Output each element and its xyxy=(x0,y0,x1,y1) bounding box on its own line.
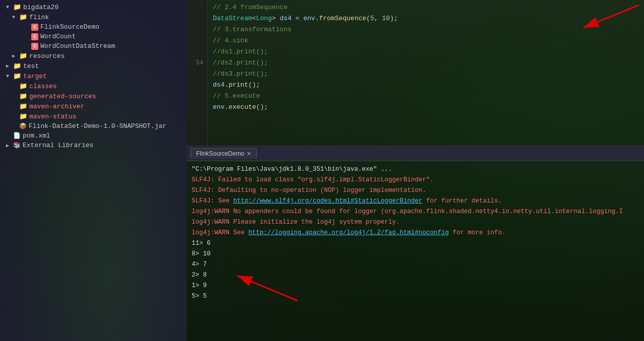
sidebar-item-label: maven-archiver xyxy=(29,103,84,110)
folder-icon: 📁 xyxy=(13,3,21,11)
sidebar: ▼ 📁 bigdata20 ▼ 📁 flink ▶ C FlinkSourceD… xyxy=(0,0,187,341)
expand-arrow: ▼ xyxy=(6,74,13,79)
sidebar-item-wordcount[interactable]: ▶ C WordCount xyxy=(0,32,187,41)
line-num xyxy=(187,46,203,57)
sidebar-item-generated-sources[interactable]: ▶ 📁 generated-sources xyxy=(0,91,187,101)
sidebar-item-label: WordCount xyxy=(40,33,76,40)
code-line: //ds1.print(); xyxy=(213,46,639,57)
folder-icon: 📁 xyxy=(19,82,27,90)
sidebar-item-maven-archiver[interactable]: ▶ 📁 maven-archiver xyxy=(0,101,187,111)
sidebar-item-label: flink xyxy=(29,14,49,21)
folder-icon: 📁 xyxy=(19,13,27,21)
sidebar-item-label: bigdata20 xyxy=(23,4,58,11)
code-line: ds4.print(); xyxy=(213,80,639,91)
folder-icon: 📁 xyxy=(19,92,27,100)
sidebar-item-label: Flink-DataSet-Demo-1.0-SNAPSHOT.jar xyxy=(29,122,166,130)
line-num xyxy=(187,69,203,80)
java-icon: C xyxy=(31,24,38,31)
sidebar-item-label: generated-sources xyxy=(29,93,96,100)
folder-icon: 📁 xyxy=(13,62,21,70)
jar-icon: 📦 xyxy=(19,122,27,130)
folder-icon: 📁 xyxy=(19,52,27,60)
sidebar-item-label: pom.xml xyxy=(23,132,50,140)
line-num xyxy=(187,91,203,102)
code-line: // 4.sink xyxy=(213,35,639,46)
sidebar-item-label: External Libraries xyxy=(23,142,93,149)
console-output: "C:\Program Files\Java\jdk1.8.0_351\bin\… xyxy=(187,161,644,341)
folder-icon: 📁 xyxy=(19,112,27,120)
code-line: DataStream<Long> ds4 = env.fromSequence(… xyxy=(213,13,639,24)
sidebar-item-jar[interactable]: ▶ 📦 Flink-DataSet-Demo-1.0-SNAPSHOT.jar xyxy=(0,121,187,131)
sidebar-item-wordcountdatastream[interactable]: ▶ C WordCountDataStream xyxy=(0,41,187,51)
console-line: log4j:WARN No appenders could be found f… xyxy=(192,207,639,217)
console-output-line: 11> 6 xyxy=(192,238,639,249)
expand-arrow: ▼ xyxy=(6,5,13,10)
line-num xyxy=(187,13,203,24)
expand-arrow: ▼ xyxy=(12,15,19,20)
sidebar-item-pom[interactable]: ▶ 📄 pom.xml xyxy=(0,131,187,141)
console-output-line: 4> 7 xyxy=(192,259,639,270)
code-line: //ds3.print(); xyxy=(213,69,639,80)
expand-arrow: ▶ xyxy=(6,143,13,149)
sidebar-item-maven-status[interactable]: ▶ 📁 maven-status xyxy=(0,111,187,121)
sidebar-item-test[interactable]: ▶ 📁 test xyxy=(0,61,187,71)
console-output-line: 5> 5 xyxy=(192,291,639,302)
console-line: log4j:WARN See http://logging.apache.org… xyxy=(192,228,639,238)
line-num xyxy=(187,24,203,35)
line-num xyxy=(187,80,203,91)
console-output-line: 8> 10 xyxy=(192,249,639,259)
tab-close-button[interactable]: ✕ xyxy=(247,151,251,157)
slf4j-link[interactable]: http://www.slf4j.org/codes.html#StaticLo… xyxy=(233,197,423,204)
line-num: 34 xyxy=(187,57,203,69)
right-panel: 34 // 2.4 fromSequence DataStream<Long> … xyxy=(187,0,644,341)
sidebar-item-label: resources xyxy=(29,52,65,60)
line-numbers: 34 xyxy=(187,0,208,146)
sidebar-item-classes[interactable]: ▶ 📁 classes xyxy=(0,81,187,91)
xml-icon: 📄 xyxy=(13,132,21,140)
code-editor: 34 // 2.4 fromSequence DataStream<Long> … xyxy=(187,0,644,146)
line-num xyxy=(187,35,203,46)
log4j-link[interactable]: http://logging.apache.org/log4j/1.2/faq.… xyxy=(249,229,449,236)
code-text[interactable]: // 2.4 fromSequence DataStream<Long> ds4… xyxy=(208,0,644,146)
sidebar-item-label: WordCountDataStream xyxy=(40,42,115,50)
sidebar-item-label: maven-status xyxy=(29,113,77,120)
sidebar-item-external-libraries[interactable]: ▶ 📚 External Libraries xyxy=(0,141,187,150)
sidebar-item-bigdata20[interactable]: ▼ 📁 bigdata20 xyxy=(0,2,187,12)
code-line: env.execute(); xyxy=(213,102,639,113)
sidebar-item-label: FlinkSourceDemo xyxy=(40,23,99,31)
console-tab-label: FlinkSourceDemo xyxy=(196,150,244,157)
java-icon: C xyxy=(31,43,38,50)
sidebar-item-label: target xyxy=(23,73,47,80)
console-line: "C:\Program Files\Java\jdk1.8.0_351\bin\… xyxy=(192,164,639,175)
sidebar-item-resources[interactable]: ▶ 📁 resources xyxy=(0,51,187,61)
console-line: log4j:WARN Please initialize the log4j s… xyxy=(192,217,639,228)
lib-icon: 📚 xyxy=(13,142,21,149)
java-icon: C xyxy=(31,33,38,40)
code-line: // 2.4 fromSequence xyxy=(213,2,639,13)
sidebar-item-target[interactable]: ▼ 📁 target xyxy=(0,71,187,81)
console-panel: FlinkSourceDemo ✕ "C:\Program Files\Java… xyxy=(187,146,644,341)
expand-arrow: ▶ xyxy=(6,63,13,69)
folder-icon: 📁 xyxy=(19,102,27,110)
expand-arrow: ▶ xyxy=(12,53,19,59)
console-line: SLF4J: Defaulting to no-operation (NOP) … xyxy=(192,185,639,196)
console-tab-flinksourcedemo[interactable]: FlinkSourceDemo ✕ xyxy=(191,148,257,159)
console-line: SLF4J: See http://www.slf4j.org/codes.ht… xyxy=(192,196,639,207)
sidebar-item-flink[interactable]: ▼ 📁 flink xyxy=(0,12,187,22)
console-output-line: 2> 8 xyxy=(192,270,639,281)
code-line: // 5.execute xyxy=(213,91,639,102)
console-tab-bar: FlinkSourceDemo ✕ xyxy=(187,146,644,161)
console-output-line: 1> 9 xyxy=(192,281,639,291)
sidebar-item-label: test xyxy=(23,62,39,70)
code-line: // 3.transformations xyxy=(213,24,639,35)
sidebar-item-flinksourcedemo[interactable]: ▶ C FlinkSourceDemo xyxy=(0,22,187,32)
code-line: //ds2.print(); xyxy=(213,57,639,69)
line-num xyxy=(187,102,203,113)
console-line: SLF4J: Failed to load class "org.slf4j.i… xyxy=(192,175,639,185)
folder-icon: 📁 xyxy=(13,72,21,80)
sidebar-item-label: classes xyxy=(29,83,57,90)
line-num xyxy=(187,2,203,13)
